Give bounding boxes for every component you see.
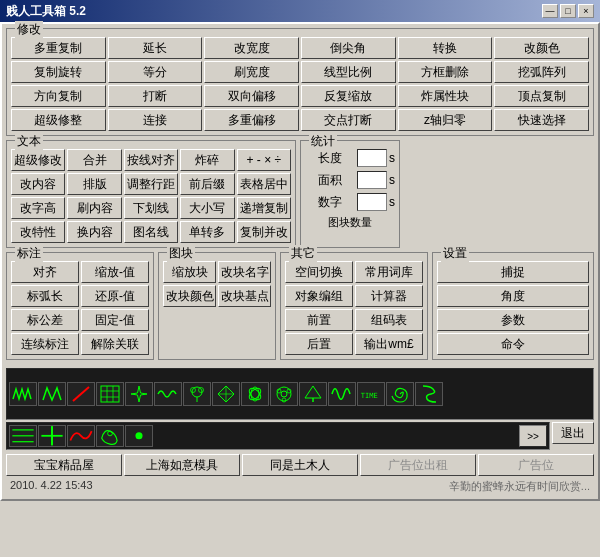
mark-btn-3[interactable]: 还原-值 [81,285,149,307]
modify-btn-9[interactable]: 线型比例 [301,61,396,83]
toolbar-icon-12[interactable]: TIME [357,382,385,406]
toolbar-icon-2[interactable] [67,382,95,406]
text-btn-12[interactable]: 下划线 [124,197,178,219]
text-btn-3[interactable]: 炸碎 [180,149,234,171]
minimize-button[interactable]: — [542,4,558,18]
other-btn-4[interactable]: 前置 [285,309,353,331]
modify-btn-2[interactable]: 改宽度 [204,37,299,59]
modify-btn-4[interactable]: 转换 [398,37,493,59]
text-btn-18[interactable]: 单转多 [180,221,234,243]
mark-btn-7[interactable]: 解除关联 [81,333,149,355]
text-btn-11[interactable]: 刷内容 [67,197,121,219]
text-btn-10[interactable]: 改字高 [11,197,65,219]
stat-input-0[interactable] [357,149,387,167]
other-btn-3[interactable]: 计算器 [355,285,423,307]
settings-btn-3[interactable]: 命令 [437,333,589,355]
text-btn-9[interactable]: 表格居中 [237,173,291,195]
toolbar-icon-7[interactable] [212,382,240,406]
toolbar-icon-5[interactable] [154,382,182,406]
toolbar-icon-3[interactable] [96,382,124,406]
text-btn-17[interactable]: 图名线 [124,221,178,243]
mark-btn-4[interactable]: 标公差 [11,309,79,331]
other-btn-7[interactable]: 输出wm£ [355,333,423,355]
toolbar2-icon-1[interactable] [38,425,66,447]
toolbar-icon-8[interactable] [241,382,269,406]
mark-btn-5[interactable]: 固定-值 [81,309,149,331]
modify-btn-1[interactable]: 延长 [108,37,203,59]
modify-btn-15[interactable]: 反复缩放 [301,85,396,107]
mark-btn-0[interactable]: 对齐 [11,261,79,283]
text-btn-16[interactable]: 换内容 [67,221,121,243]
settings-btn-2[interactable]: 参数 [437,309,589,331]
toolbar-icon-1[interactable] [38,382,66,406]
other-btn-0[interactable]: 空间切换 [285,261,353,283]
toolbar-icon-10[interactable] [299,382,327,406]
bottom-bar-btn-2[interactable]: 同是土木人 [242,454,358,476]
bottom-bar-btn-1[interactable]: 上海如意模具 [124,454,240,476]
stat-input-1[interactable] [357,171,387,189]
modify-btn-8[interactable]: 刷宽度 [204,61,299,83]
modify-btn-12[interactable]: 方向复制 [11,85,106,107]
text-btn-15[interactable]: 改特性 [11,221,65,243]
other-btn-2[interactable]: 对象编组 [285,285,353,307]
modify-btn-13[interactable]: 打断 [108,85,203,107]
toolbar2-icon-2[interactable] [67,425,95,447]
text-btn-5[interactable]: 改内容 [11,173,65,195]
toolbar-icon-14[interactable] [415,382,443,406]
toolbar2-icon-0[interactable] [9,425,37,447]
settings-btn-0[interactable]: 捕捉 [437,261,589,283]
other-btn-6[interactable]: 后置 [285,333,353,355]
close-button[interactable]: × [578,4,594,18]
modify-btn-3[interactable]: 倒尖角 [301,37,396,59]
modify-btn-23[interactable]: 快速选择 [494,109,589,131]
toolbar-icon-0[interactable] [9,382,37,406]
block-btn-1[interactable]: 改块名字 [218,261,271,283]
toolbar-icon-11[interactable] [328,382,356,406]
text-btn-1[interactable]: 合并 [67,149,121,171]
text-btn-13[interactable]: 大小写 [180,197,234,219]
modify-btn-6[interactable]: 复制旋转 [11,61,106,83]
modify-btn-20[interactable]: 多重偏移 [204,109,299,131]
text-btn-8[interactable]: 前后缀 [180,173,234,195]
text-btn-19[interactable]: 复制并改 [237,221,291,243]
mark-btn-2[interactable]: 标弧长 [11,285,79,307]
modify-btn-22[interactable]: z轴归零 [398,109,493,131]
block-btn-2[interactable]: 改块颜色 [163,285,216,307]
text-btn-4[interactable]: + - × ÷ [237,149,291,171]
modify-btn-10[interactable]: 方框删除 [398,61,493,83]
text-btn-7[interactable]: 调整行距 [124,173,178,195]
modify-btn-0[interactable]: 多重复制 [11,37,106,59]
modify-btn-17[interactable]: 顶点复制 [494,85,589,107]
modify-btn-14[interactable]: 双向偏移 [204,85,299,107]
bottom-bar-btn-4[interactable]: 广告位 [478,454,594,476]
text-btn-6[interactable]: 排版 [67,173,121,195]
toolbar-icon-13[interactable] [386,382,414,406]
maximize-button[interactable]: □ [560,4,576,18]
stat-input-2[interactable] [357,193,387,211]
bottom-bar-btn-3[interactable]: 广告位出租 [360,454,476,476]
modify-btn-19[interactable]: 连接 [108,109,203,131]
modify-btn-21[interactable]: 交点打断 [301,109,396,131]
toolbar-icon-6[interactable] [183,382,211,406]
mark-btn-6[interactable]: 连续标注 [11,333,79,355]
toolbar-forward-button[interactable]: >> [519,425,547,447]
modify-btn-16[interactable]: 炸属性块 [398,85,493,107]
text-btn-0[interactable]: 超级修改 [11,149,65,171]
block-btn-3[interactable]: 改块基点 [218,285,271,307]
text-btn-14[interactable]: 递增复制 [237,197,291,219]
other-btn-5[interactable]: 组码表 [355,309,423,331]
other-btn-1[interactable]: 常用词库 [355,261,423,283]
toolbar-icon-9[interactable] [270,382,298,406]
mark-btn-1[interactable]: 缩放-值 [81,261,149,283]
modify-btn-5[interactable]: 改颜色 [494,37,589,59]
block-btn-0[interactable]: 缩放块 [163,261,216,283]
toolbar-icon-4[interactable] [125,382,153,406]
text-btn-2[interactable]: 按线对齐 [124,149,178,171]
toolbar2-icon-3[interactable] [96,425,124,447]
modify-btn-18[interactable]: 超级修整 [11,109,106,131]
exit-button[interactable]: 退出 [552,422,594,444]
toolbar2-icon-4[interactable] [125,425,153,447]
modify-btn-11[interactable]: 挖弧阵列 [494,61,589,83]
settings-btn-1[interactable]: 角度 [437,285,589,307]
bottom-bar-btn-0[interactable]: 宝宝精品屋 [6,454,122,476]
